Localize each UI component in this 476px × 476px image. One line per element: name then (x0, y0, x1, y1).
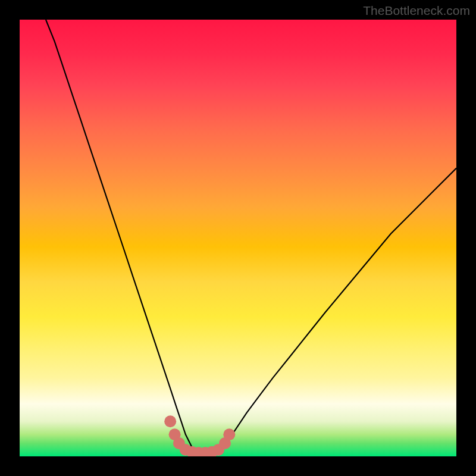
watermark-text: TheBottleneck.com (363, 4, 470, 18)
plot-area (20, 20, 456, 456)
curve-svg (20, 20, 456, 456)
marker-dot (164, 415, 176, 427)
marker-dot (223, 428, 235, 440)
bottleneck-curve-path (46, 20, 456, 456)
marker-dots-group (164, 415, 235, 456)
